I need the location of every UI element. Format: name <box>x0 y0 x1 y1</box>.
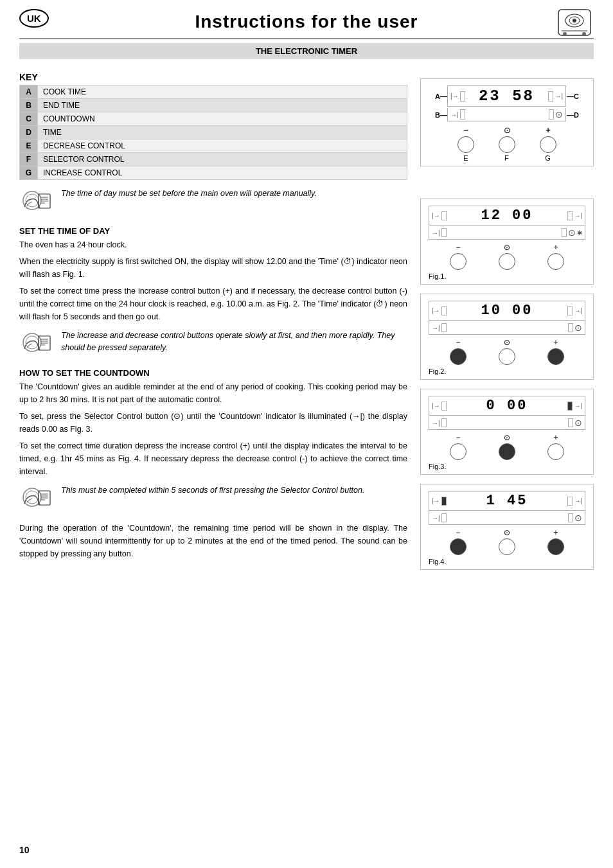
key-row: GINCREASE CONTROL <box>20 166 407 180</box>
selector-circle-main <box>499 136 515 153</box>
key-letter: B <box>20 99 38 112</box>
set-time-para2: When the electricity supply is first swi… <box>19 255 407 281</box>
selector-control-main: ⊙ <box>499 125 515 153</box>
brand-logo <box>555 6 594 39</box>
fig4-plus-circle <box>547 538 564 555</box>
fig4-display: 1 45 <box>448 493 567 509</box>
countdown-para3: To set the correct time duration depress… <box>19 439 407 478</box>
fig2-plus-circle <box>547 348 564 365</box>
set-time-para1: The oven has a 24 hour clock. <box>19 238 407 251</box>
key-letter: A <box>20 85 38 99</box>
increase-control-main: + <box>540 125 556 153</box>
fig2-display: 10 00 <box>448 303 567 319</box>
key-row: DTIME <box>20 126 407 139</box>
fig2-minus-circle <box>450 348 466 365</box>
fig4-plus: + <box>547 528 564 555</box>
fig4-minus: − <box>450 528 466 555</box>
note-3-text: This must be completed within 5 seconds … <box>61 484 364 497</box>
uk-badge: UK <box>19 9 49 28</box>
key-description: COOK TIME <box>38 85 407 99</box>
note-1-icon <box>19 188 55 218</box>
key-letter: G <box>20 166 38 180</box>
page: UK Instructions for the user THE ELECTRO… <box>0 0 613 868</box>
label-G-bottom: G <box>545 154 551 162</box>
label-C: —C <box>566 93 579 100</box>
fig1-label: Fig.1. <box>429 272 585 280</box>
fig1-selector: ⊙ <box>499 243 515 270</box>
fig1-plus: + <box>547 243 564 270</box>
fig2-plus: + <box>547 338 564 365</box>
figure-2: |→ 10 00 →| →| ⊙ <box>420 294 594 380</box>
key-row: FSELECTOR CONTROL <box>20 153 407 166</box>
svg-point-3 <box>573 19 576 22</box>
key-description: DECREASE CONTROL <box>38 139 407 153</box>
key-description: INCREASE CONTROL <box>38 166 407 180</box>
fig3-selector: ⊙ <box>499 433 515 460</box>
key-table: ACOOK TIMEBEND TIMECCOUNTDOWNDTIMEEDECRE… <box>19 85 407 180</box>
fig4-label: Fig.4. <box>429 558 585 565</box>
header: UK Instructions for the user <box>0 0 613 39</box>
countdown-heading: HOW TO SET THE COUNTDOWN <box>19 368 407 378</box>
main-figure: A— |→ 23 58 →| —C <box>420 78 594 166</box>
figure-1: |→ 12 00 →| →| ⊙ <box>420 199 594 285</box>
key-letter: D <box>20 126 38 139</box>
label-A: A— <box>435 93 447 100</box>
countdown-para4: During the operation of the 'Countdown',… <box>19 522 407 560</box>
key-row: BEND TIME <box>20 99 407 112</box>
figure-3: |→ 0 00 →| →| ⊙ <box>420 389 594 475</box>
main-display-value: 23 58 <box>466 87 547 105</box>
note-3-icon <box>19 484 55 515</box>
fig3-sel-circle <box>499 443 515 460</box>
left-column: KEY ACOOK TIMEBEND TIMECCOUNTDOWNDTIMEED… <box>19 72 407 579</box>
fig3-plus: + <box>547 433 564 460</box>
key-row: EDECREASE CONTROL <box>20 139 407 153</box>
fig4-minus-circle <box>450 538 466 555</box>
note-1: The time of day must be set before the m… <box>19 188 407 218</box>
note-1-text: The time of day must be set before the m… <box>61 188 317 200</box>
fig2-label: Fig.2. <box>429 368 585 375</box>
key-description: END TIME <box>38 99 407 112</box>
fig4-selector: ⊙ <box>499 528 515 555</box>
label-D: —D <box>566 111 579 119</box>
label-B: B— <box>435 111 447 119</box>
set-time-para3: To set the correct time press the increa… <box>19 285 407 323</box>
key-row: ACOOK TIME <box>20 85 407 99</box>
key-letter: F <box>20 153 38 166</box>
main-content: KEY ACOOK TIMEBEND TIMECCOUNTDOWNDTIMEED… <box>0 66 613 579</box>
fig3-display: 0 00 <box>448 398 567 414</box>
fig1-minus-circle <box>450 253 466 270</box>
fig1-sel-circle <box>499 253 515 270</box>
fig3-plus-circle <box>547 443 564 460</box>
page-title: Instructions for the user <box>195 12 418 32</box>
fig2-sel-circle <box>499 348 515 365</box>
fig3-label: Fig.3. <box>429 463 585 470</box>
section-title: THE ELECTRONIC TIMER <box>19 43 594 59</box>
key-description: COUNTDOWN <box>38 112 407 126</box>
figure-4: |→ 1 45 →| →| ⊙ <box>420 484 594 570</box>
fig1-minus: − <box>450 243 466 270</box>
note-2-icon <box>19 330 55 360</box>
fig1-plus-circle <box>547 253 564 270</box>
fig3-minus: − <box>450 433 466 460</box>
decrease-control-main: − <box>458 125 474 153</box>
key-row: CCOUNTDOWN <box>20 112 407 126</box>
fig2-minus: − <box>450 338 466 365</box>
note-2-text: The increase and decrease control button… <box>61 330 407 354</box>
set-time-heading: SET THE TIME OF DAY <box>19 226 407 236</box>
svg-point-6 <box>582 32 586 36</box>
key-letter: C <box>20 112 38 126</box>
note-2: The increase and decrease control button… <box>19 330 407 360</box>
fig4-sel-circle <box>499 538 515 555</box>
countdown-para1: The 'Countdown' gives an audible reminde… <box>19 380 407 406</box>
note-3: This must be completed within 5 seconds … <box>19 484 407 515</box>
fig2-selector: ⊙ <box>499 338 515 365</box>
plus-circle-main <box>540 136 556 153</box>
label-E-bottom: E <box>463 154 468 162</box>
minus-circle-main <box>458 136 474 153</box>
key-description: SELECTOR CONTROL <box>38 153 407 166</box>
key-description: TIME <box>38 126 407 139</box>
right-column: A— |→ 23 58 →| —C <box>420 72 594 579</box>
countdown-para2: To set, press the Selector Control butto… <box>19 410 407 436</box>
svg-point-5 <box>563 32 567 36</box>
key-heading: KEY <box>19 72 407 82</box>
